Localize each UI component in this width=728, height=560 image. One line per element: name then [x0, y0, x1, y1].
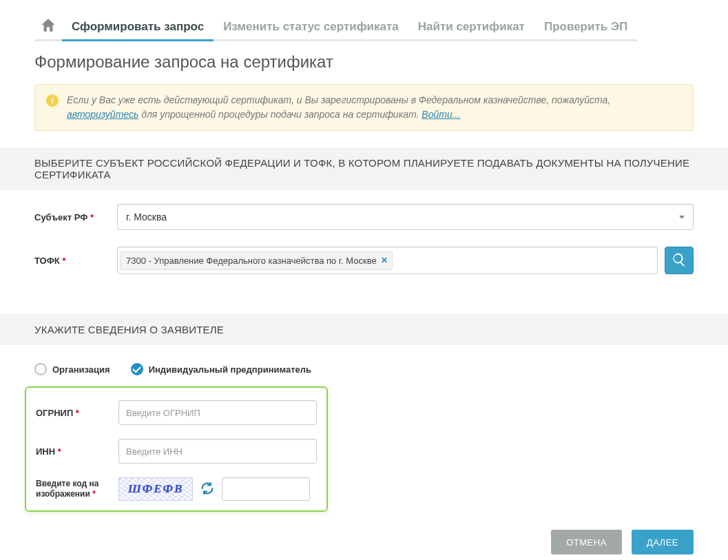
- radio-on-icon: [131, 363, 143, 375]
- required-mark: *: [76, 408, 79, 418]
- applicant-type-radios: Организация Индивидуальный предпринимате…: [34, 359, 694, 385]
- row-tofk: ТОФК * 7300 - Управление Федерального ка…: [34, 247, 694, 274]
- page-container: Сформировать запрос Изменить статус серт…: [0, 0, 728, 560]
- label-tofk: ТОФК *: [34, 256, 117, 266]
- info-part1: Если у Вас уже есть действующий сертифик…: [67, 94, 610, 105]
- section2-body: Организация Индивидуальный предпринимате…: [0, 345, 728, 519]
- row-captcha: Введите код на изображении * ШФЕФВ: [36, 477, 317, 501]
- info-banner: i Если у Вас уже есть действующий сертиф…: [34, 84, 694, 131]
- tofk-search-button[interactable]: [665, 247, 694, 274]
- info-part2: для упрощенной процедуры подачи запроса …: [138, 109, 422, 120]
- captcha-image: ШФЕФВ: [118, 477, 193, 501]
- row-subject: Субъект РФ * г. Москва: [34, 204, 694, 230]
- refresh-icon: [200, 487, 215, 498]
- nav-tab-find-cert[interactable]: Найти сертификат: [408, 14, 534, 41]
- required-mark: *: [62, 256, 65, 266]
- tofk-field[interactable]: 7300 - Управление Федерального казначейс…: [117, 247, 658, 274]
- nav-tab-verify-sig[interactable]: Проверить ЭП: [534, 14, 637, 41]
- link-login[interactable]: Войти...: [422, 109, 460, 120]
- row-inn: ИНН *: [36, 439, 317, 464]
- row-ogrnip: ОГРНИП *: [36, 400, 317, 425]
- footer-buttons: ОТМЕНА ДАЛЕЕ: [0, 519, 728, 554]
- input-ogrnip[interactable]: [118, 400, 317, 425]
- nav-home-button[interactable]: [34, 14, 62, 41]
- input-inn[interactable]: [118, 439, 317, 464]
- applicant-details-box: ОГРНИП * ИНН * Введите код на изображени…: [25, 386, 328, 512]
- page-title: Формирование запроса на сертификат: [0, 41, 728, 84]
- captcha-refresh-button[interactable]: [200, 481, 215, 498]
- section2-header: УКАЖИТЕ СВЕДЕНИЯ О ЗАЯВИТЕЛЕ: [0, 314, 728, 345]
- select-subject[interactable]: г. Москва: [117, 204, 694, 230]
- next-button[interactable]: ДАЛЕЕ: [632, 530, 694, 554]
- search-icon: [672, 252, 687, 269]
- label-ogrnip: ОГРНИП *: [36, 408, 118, 418]
- main-nav: Сформировать запрос Изменить статус серт…: [0, 0, 728, 41]
- section1-header: ВЫБЕРИТЕ СУБЪЕКТ РОССИЙСКОЙ ФЕДЕРАЦИИ И …: [0, 147, 728, 190]
- required-mark: *: [58, 446, 61, 457]
- required-mark: *: [90, 212, 94, 222]
- tofk-chip: 7300 - Управление Федерального казначейс…: [120, 251, 393, 270]
- section1-body: Субъект РФ * г. Москва ТОФК * 7300 - Упр…: [0, 190, 728, 298]
- label-subject: Субъект РФ *: [34, 212, 117, 222]
- select-subject-value: г. Москва: [126, 211, 167, 222]
- label-captcha: Введите код на изображении *: [36, 479, 118, 499]
- radio-off-icon: [34, 363, 47, 375]
- info-text: Если у Вас уже есть действующий сертифик…: [67, 93, 682, 122]
- radio-organization[interactable]: Организация: [34, 363, 110, 375]
- home-icon: [39, 17, 57, 37]
- chevron-down-icon: [679, 216, 685, 219]
- nav-tab-change-status[interactable]: Изменить статус сертификата: [214, 14, 408, 41]
- info-icon: i: [46, 94, 59, 107]
- tofk-chip-remove[interactable]: ✕: [381, 256, 388, 265]
- radio-organization-label: Организация: [52, 364, 110, 375]
- cancel-button[interactable]: ОТМЕНА: [551, 530, 622, 554]
- radio-individual-entrepreneur[interactable]: Индивидуальный предприниматель: [131, 363, 311, 375]
- label-inn: ИНН *: [36, 446, 118, 457]
- input-captcha[interactable]: [222, 477, 310, 501]
- tofk-chip-text: 7300 - Управление Федерального казначейс…: [126, 256, 377, 266]
- required-mark: *: [92, 489, 96, 499]
- link-auth[interactable]: авторизуйтесь: [67, 109, 138, 120]
- radio-ip-label: Индивидуальный предприниматель: [149, 364, 311, 375]
- nav-tab-create-request[interactable]: Сформировать запрос: [62, 14, 214, 41]
